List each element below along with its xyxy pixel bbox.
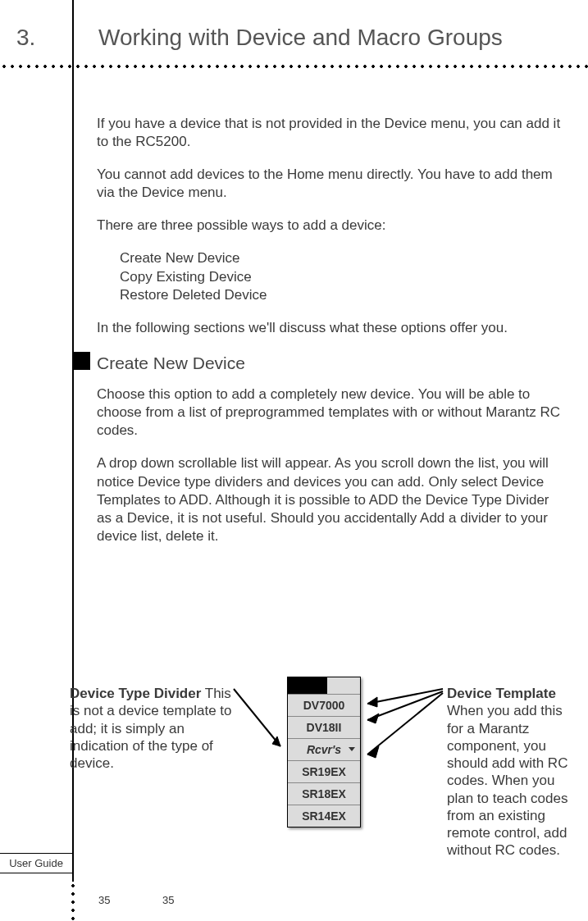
page-numbers: 35 35 [98, 894, 224, 906]
chapter-number: 3. [16, 25, 35, 51]
paragraph: There are three possible ways to add a d… [97, 217, 563, 235]
option-item: Copy Existing Device [120, 268, 563, 286]
arrow-right-icon [361, 689, 451, 763]
dotted-rule [0, 64, 588, 69]
section-heading: Create New Device [97, 352, 563, 374]
paragraph: Choose this option to add a completely n… [97, 385, 563, 440]
page-number: 35 [98, 894, 110, 906]
callout-heading: Device Type Divider [70, 686, 201, 701]
vertical-dots [71, 882, 75, 921]
list-item: SR18EX [288, 782, 360, 805]
list-item: SR14EX [288, 805, 360, 827]
device-dropdown: DV7000 DV18II Rcvr's SR19EX SR18EX SR14E… [287, 677, 361, 828]
svg-line-6 [367, 693, 443, 755]
callout-device-template: Device Template When you add this for a … [447, 685, 582, 859]
callout-heading: Device Template [447, 686, 556, 701]
arrow-left-icon [230, 685, 291, 759]
section-heading-text: Create New Device [97, 353, 245, 372]
paragraph: A drop down scrollable list will appear.… [97, 454, 563, 545]
option-list: Create New Device Copy Existing Device R… [120, 249, 563, 303]
page-number: 35 [162, 894, 174, 906]
list-divider-item: Rcvr's [288, 738, 360, 760]
figure: Device Type Divider This is not a device… [0, 648, 588, 878]
dropdown-topbar [288, 677, 327, 694]
chapter-title: Working with Device and Macro Groups [98, 25, 503, 51]
user-guide-label: User Guide [0, 853, 73, 873]
list-item: DV7000 [288, 694, 360, 716]
option-item: Restore Deleted Device [120, 286, 563, 304]
paragraph: If you have a device that is not provide… [97, 115, 563, 151]
paragraph: You cannot add devices to the Home menu … [97, 166, 563, 202]
paragraph: In the following sections we'll discuss … [97, 319, 563, 337]
list-item: SR19EX [288, 760, 360, 782]
option-item: Create New Device [120, 249, 563, 267]
callout-device-type-divider: Device Type Divider This is not a device… [70, 685, 234, 772]
callout-body: When you add this for a Marantz componen… [447, 703, 567, 858]
list-item: DV18II [288, 716, 360, 738]
square-bullet-icon [72, 352, 90, 370]
svg-line-0 [234, 689, 280, 746]
body-content: If you have a device that is not provide… [97, 115, 563, 560]
